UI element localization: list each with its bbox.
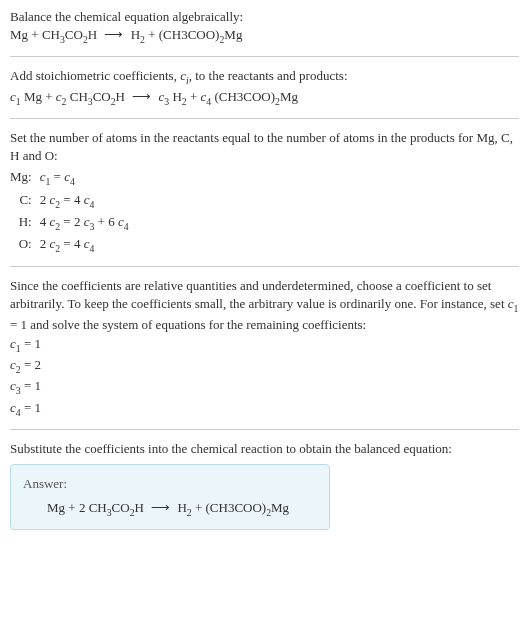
divider — [10, 266, 519, 267]
list-item: c3 = 1 — [10, 377, 519, 397]
table-row: Mg: c1 = c4 — [10, 167, 135, 189]
stoich-equation: c1 Mg + c2 CH3CO2H ⟶ c3 H2 + c4 (CH3COO)… — [10, 88, 519, 108]
table-row: H: 4 c2 = 2 c3 + 6 c4 — [10, 212, 135, 234]
arrow-icon: ⟶ — [151, 499, 170, 517]
divider — [10, 429, 519, 430]
intro-section: Balance the chemical equation algebraica… — [10, 8, 519, 46]
intro-equation: Mg + CH3CO2H ⟶ H2 + (CH3COO)2Mg — [10, 26, 519, 46]
solve-text: Since the coefficients are relative quan… — [10, 277, 519, 334]
species-mg: Mg — [10, 27, 28, 42]
final-section: Substitute the coefficients into the che… — [10, 440, 519, 531]
arrow-icon: ⟶ — [104, 26, 123, 44]
answer-box: Answer: Mg + 2 CH3CO2H ⟶ H2 + (CH3COO)2M… — [10, 464, 330, 530]
balanced-equation: Mg + 2 CH3CO2H ⟶ H2 + (CH3COO)2Mg — [23, 499, 317, 519]
list-item: c4 = 1 — [10, 399, 519, 419]
species-h2: H2 — [131, 27, 145, 42]
list-item: c1 = 1 — [10, 335, 519, 355]
species-acetic: CH3CO2H — [42, 27, 97, 42]
list-item: c2 = 2 — [10, 356, 519, 376]
divider — [10, 56, 519, 57]
final-text: Substitute the coefficients into the che… — [10, 440, 519, 458]
divider — [10, 118, 519, 119]
stoich-section: Add stoichiometric coefficients, ci, to … — [10, 67, 519, 107]
answer-label: Answer: — [23, 475, 317, 493]
solve-section: Since the coefficients are relative quan… — [10, 277, 519, 419]
table-row: O: 2 c2 = 4 c4 — [10, 234, 135, 256]
arrow-icon: ⟶ — [132, 88, 151, 106]
coefficient-list: c1 = 1 c2 = 2 c3 = 1 c4 = 1 — [10, 335, 519, 419]
atoms-section: Set the number of atoms in the reactants… — [10, 129, 519, 256]
stoich-text: Add stoichiometric coefficients, ci, to … — [10, 67, 519, 87]
atoms-text: Set the number of atoms in the reactants… — [10, 129, 519, 165]
intro-title: Balance the chemical equation algebraica… — [10, 8, 519, 26]
atoms-table: Mg: c1 = c4 C: 2 c2 = 4 c4 H: 4 c2 = 2 c… — [10, 167, 135, 256]
species-mgacetate: (CH3COO)2Mg — [159, 27, 243, 42]
table-row: C: 2 c2 = 4 c4 — [10, 190, 135, 212]
